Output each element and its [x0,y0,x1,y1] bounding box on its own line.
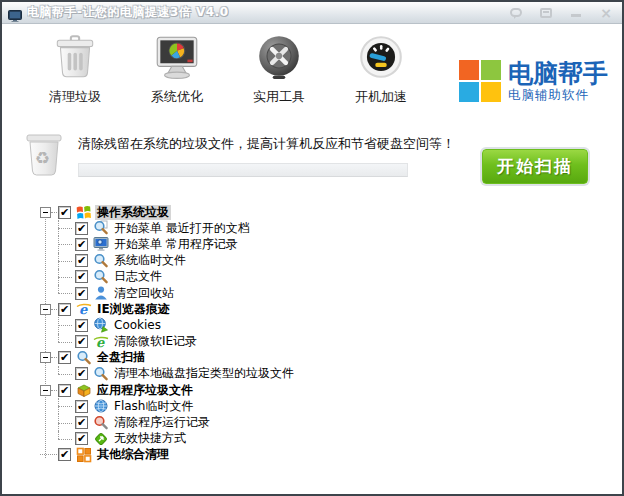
ie-green-icon: e [92,334,109,350]
tree-connector [40,334,74,350]
logo-title: 电脑帮手 [508,61,608,87]
tree-item-label[interactable]: 清理本地磁盘指定类型的垃圾文件 [112,366,296,381]
windows-flag-icon [75,204,92,220]
minimize-button[interactable] [568,6,584,20]
tree-connector [40,454,57,455]
checkbox[interactable]: ✔ [75,432,88,445]
ie-icon: e [75,301,92,317]
tree-item: ✔清理本地磁盘指定类型的垃圾文件 [40,366,622,382]
tree-item: ✔e清除微软IE记录 [40,334,622,350]
tree-item-label[interactable]: 开始菜单 常用程序记录 [112,237,240,252]
globe-arrow-icon [92,317,109,333]
checkbox[interactable]: ✔ [58,206,71,219]
tree-item-label[interactable]: 开始菜单 最近打开的文档 [112,221,252,236]
tree-item: ✔全盘扫描 [40,350,622,366]
search-docs-icon [92,220,109,236]
tree-item-label[interactable]: Cookies [112,318,163,333]
tree-item-label[interactable]: IE浏览器痕迹 [95,302,172,317]
tree-item: ✔操作系统垃圾 [40,204,622,220]
tree-item-label[interactable]: 系统临时文件 [112,253,188,268]
checkbox[interactable]: ✔ [75,416,88,429]
tree-item-label[interactable]: 全盘扫描 [95,350,147,365]
recycle-bin-icon: ♻ [22,129,66,183]
tree-item: ✔无效快捷方式 [40,431,622,447]
tree-item-label[interactable]: 清除程序运行记录 [112,415,212,430]
monitor-small-icon [92,236,109,252]
tree-item-label[interactable]: 清除微软IE记录 [112,334,199,349]
search-blue-icon [75,350,92,366]
checkbox[interactable]: ✔ [58,448,71,461]
search-red-icon [92,415,109,431]
tree-connector [40,220,74,236]
window-title: 电脑帮手-让您的电脑提速3倍 V4.0 [27,4,503,21]
tab-system-optimize[interactable]: 系统优化 [134,32,220,106]
checkbox[interactable]: ✔ [58,303,71,316]
trash-icon [50,32,100,86]
svg-text:e: e [79,302,88,317]
cleanup-options-tree: ✔操作系统垃圾✔开始菜单 最近打开的文档✔开始菜单 常用程序记录✔系统临时文件✔… [2,194,622,494]
tree-item: ✔应用程序垃圾文件 [40,382,622,398]
checkbox[interactable]: ✔ [75,400,88,413]
tree-connector [40,431,74,447]
tab-boot-speedup[interactable]: 开机加速 [338,32,424,106]
tree-item-label[interactable]: 无效快捷方式 [112,431,188,446]
progress-strip [78,163,408,177]
tree-item-label[interactable]: 清空回收站 [112,286,176,301]
tree-item: ✔开始菜单 常用程序记录 [40,236,622,252]
tree-item: ✔Flash临时文件 [40,398,622,414]
checkbox[interactable]: ✔ [75,367,88,380]
checkbox[interactable]: ✔ [58,384,71,397]
app-monitor-icon [8,7,22,19]
monitor-optimize-icon [152,32,202,86]
tree-item-label[interactable]: 操作系统垃圾 [95,205,171,220]
tree-item: ✔eIE浏览器痕迹 [40,301,622,317]
tree-item-label[interactable]: 其他综合清理 [95,447,171,462]
checkbox[interactable]: ✔ [75,287,88,300]
checkbox[interactable]: ✔ [75,222,88,235]
checkbox[interactable]: ✔ [75,270,88,283]
logo-squares-icon [459,60,501,102]
close-button[interactable]: × [598,6,614,20]
tree-item-label[interactable]: 日志文件 [112,269,164,284]
checkbox[interactable]: ✔ [75,335,88,348]
tree-item: ✔开始菜单 最近打开的文档 [40,220,622,236]
tab-clean-garbage[interactable]: 清理垃圾 [32,32,118,106]
collapse-toggle-icon[interactable] [40,207,51,218]
checkbox[interactable]: ✔ [75,319,88,332]
user-icon [92,285,109,301]
collapse-toggle-icon[interactable] [40,385,51,396]
checkbox[interactable]: ✔ [58,351,71,364]
tree-item-label[interactable]: Flash临时文件 [112,399,195,414]
feedback-button[interactable] [508,6,524,20]
tree-connector [40,366,74,382]
collapse-toggle-icon[interactable] [40,352,51,363]
tree-connector [40,414,74,430]
start-scan-button[interactable]: 开始扫描 [482,149,588,184]
tree-connector [51,357,57,358]
tree-item: ✔日志文件 [40,269,622,285]
collapse-toggle-icon[interactable] [40,304,51,315]
tree-connector [40,285,74,301]
speech-bubble-icon [510,8,522,17]
tab-utility-tools[interactable]: 实用工具 [236,32,322,106]
search-blue-icon [92,366,109,382]
scan-description: 清除残留在系统的垃圾文件，提高计算机反应和节省硬盘空间等！ [78,135,455,153]
tools-sphere-icon [254,32,304,86]
skin-button[interactable] [538,6,554,20]
tree-connector [51,212,57,213]
logo-subtitle: 电脑辅助软件 [508,88,589,101]
tree-connector [40,269,74,285]
tree-connector [40,398,74,414]
tree-item: ✔Cookies [40,317,622,333]
office-grid-icon [75,447,92,463]
tree-item: ✔清除程序运行记录 [40,414,622,430]
brand-logo: 电脑帮手 电脑辅助软件 [459,60,608,102]
tool-label: 清理垃圾 [49,88,101,106]
checkbox[interactable]: ✔ [75,238,88,251]
tree-connector [40,253,74,269]
shortcut-icon [92,431,109,447]
package-icon [75,382,92,398]
tree-item: ✔清空回收站 [40,285,622,301]
checkbox[interactable]: ✔ [75,254,88,267]
tree-item-label[interactable]: 应用程序垃圾文件 [95,383,195,398]
